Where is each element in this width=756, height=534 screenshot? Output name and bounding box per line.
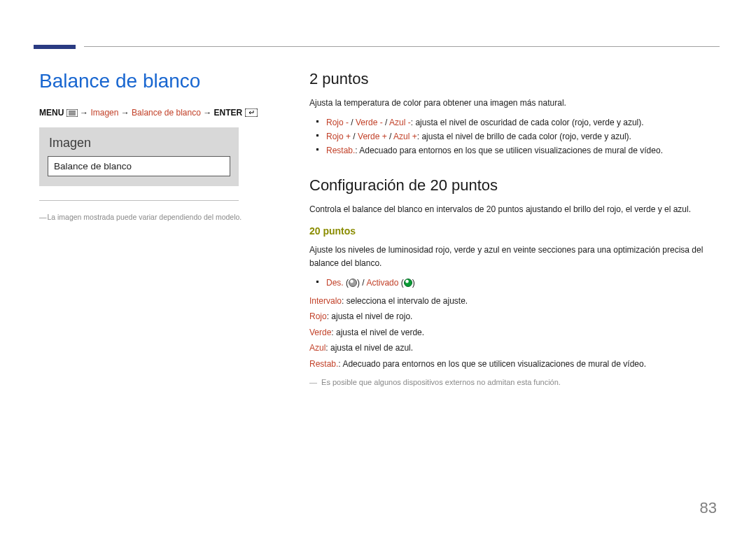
toggle-on-icon (404, 279, 412, 287)
right-column: 2 puntos Ajusta la temperatura de color … (309, 70, 717, 386)
kv-key: Verde (309, 328, 331, 337)
kw-rojo-plus: Rojo + (326, 132, 351, 141)
kv-val: Adecuado para entornos en los que se uti… (342, 359, 646, 369)
breadcrumb-menu-label: MENU (39, 108, 64, 118)
top-divider (84, 46, 720, 47)
accent-bar (34, 45, 76, 49)
breadcrumb-enter-label: ENTER (214, 108, 243, 118)
bullet-list-toggle: Des. () / Activado () (309, 276, 717, 290)
kw-verde-minus: Verde - (356, 118, 383, 127)
kv-line: Intervalo: selecciona el intervalo de aj… (309, 294, 717, 308)
kv-line: Rojo: ajusta el nivel de rojo. (309, 309, 717, 323)
kv-val: ajusta el nivel de rojo. (331, 311, 412, 321)
kw-restab: Restab. (326, 146, 355, 155)
breadcrumb-seg-1: Imagen (90, 108, 118, 118)
breadcrumb-seg-2: Balance de blanco (132, 108, 201, 118)
side-divider (39, 200, 239, 201)
left-column: Balance de blanco MENU → Imagen → Balanc… (39, 70, 270, 386)
kv-key: Intervalo (309, 296, 342, 306)
kv-val: ajusta el nivel de azul. (330, 343, 413, 353)
toggle-off-icon (349, 279, 357, 287)
kv-key: Restab. (309, 359, 338, 369)
page-title: Balance de blanco (39, 70, 270, 92)
subsection-heading-20puntos: 20 puntos (309, 225, 717, 237)
kv-key: Azul (309, 343, 326, 353)
bullet-text: : ajusta el nivel de brillo de cada colo… (417, 132, 631, 141)
breadcrumb-arrow: → (121, 108, 130, 118)
kw-azul-plus: Azul + (393, 132, 417, 141)
page-number: 83 (700, 499, 717, 517)
subsection-desc-20puntos: Ajuste los niveles de luminosidad rojo, … (309, 244, 717, 269)
toggle-off-label: Des. (326, 278, 344, 288)
kw-azul-minus: Azul - (389, 118, 411, 127)
bullet-item: Rojo + / Verde + / Azul +: ajusta el niv… (326, 129, 717, 143)
menu-icon (66, 109, 78, 117)
kv-line: Restab.: Adecuado para entornos en los q… (309, 357, 717, 371)
bullet-item: Restab.: Adecuado para entornos en los q… (326, 143, 717, 157)
footnote-text: Es posible que algunos dispositivos exte… (321, 378, 561, 386)
kw-rojo-minus: Rojo - (326, 118, 349, 127)
section-heading-2puntos: 2 puntos (309, 70, 717, 88)
section-heading-config20: Configuración de 20 puntos (309, 176, 717, 195)
content-columns: Balance de blanco MENU → Imagen → Balanc… (39, 70, 717, 386)
kv-line: Verde: ajusta el nivel de verde. (309, 325, 717, 339)
kv-val: ajusta el nivel de verde. (336, 328, 424, 337)
breadcrumb: MENU → Imagen → Balance de blanco → ENTE… (39, 108, 270, 118)
section-intro-2puntos: Ajusta la temperatura de color para obte… (309, 97, 717, 110)
bullet-item: Rojo - / Verde - / Azul -: ajusta el niv… (326, 115, 717, 129)
kv-key: Rojo (309, 311, 327, 321)
bullet-list-2puntos: Rojo - / Verde - / Azul -: ajusta el niv… (309, 115, 717, 158)
kv-line: Azul: ajusta el nivel de azul. (309, 341, 717, 355)
kv-val: selecciona el intervalo de ajuste. (346, 296, 468, 306)
bullet-text: : Adecuado para entornos en los que se u… (355, 146, 663, 155)
caption-note: La imagen mostrada puede variar dependie… (39, 212, 249, 223)
breadcrumb-arrow: → (80, 108, 88, 118)
menu-preview-title: Imagen (49, 136, 229, 150)
menu-preview-row: Balance de blanco (48, 156, 230, 176)
bullet-item-toggle: Des. () / Activado () (326, 276, 717, 290)
document-page: Balance de blanco MENU → Imagen → Balanc… (0, 0, 756, 534)
enter-icon (245, 108, 258, 117)
breadcrumb-arrow: → (203, 108, 211, 118)
footnote: Es posible que algunos dispositivos exte… (309, 378, 717, 386)
section-intro-config20: Controla el balance del blanco en interv… (309, 203, 717, 216)
bullet-text: : ajusta el nivel de oscuridad de cada c… (411, 118, 644, 127)
kw-verde-plus: Verde + (358, 132, 387, 141)
menu-preview-panel: Imagen Balance de blanco (39, 127, 239, 186)
toggle-on-label: Activado (366, 278, 398, 288)
